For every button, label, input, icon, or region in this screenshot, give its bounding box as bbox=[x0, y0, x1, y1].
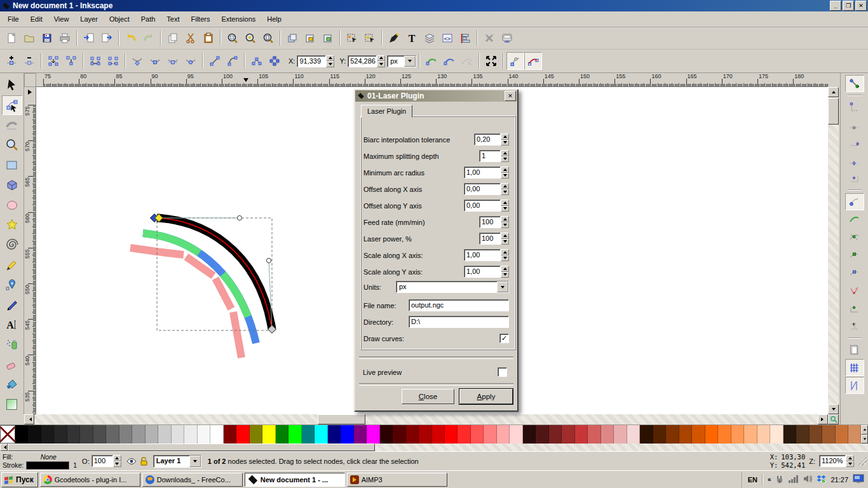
palette-swatch[interactable] bbox=[562, 425, 574, 444]
duplicate-button[interactable] bbox=[283, 29, 301, 47]
biarc-interpolation-tolerance-spinbox[interactable]: 0,20 bbox=[474, 133, 509, 146]
zoom-tool-button[interactable] bbox=[2, 135, 22, 154]
palette-swatch[interactable] bbox=[93, 425, 106, 444]
menu-extensions[interactable]: Extensions bbox=[216, 13, 261, 25]
menu-path[interactable]: Path bbox=[136, 13, 161, 25]
palette-swatch[interactable] bbox=[744, 425, 757, 444]
node-handle[interactable] bbox=[266, 258, 271, 262]
palette-scroll-thumb[interactable] bbox=[8, 444, 375, 451]
palette-swatch[interactable] bbox=[731, 425, 744, 444]
laser-power--spinbox-down-icon[interactable] bbox=[501, 239, 509, 245]
delete-node-button[interactable] bbox=[20, 52, 38, 70]
close-dialog-button[interactable]: Close bbox=[402, 389, 454, 404]
no-color-swatch[interactable] bbox=[0, 425, 15, 444]
palette-scroll-buttons[interactable] bbox=[861, 425, 868, 444]
menu-text[interactable]: Text bbox=[161, 13, 184, 25]
node-tool-button[interactable] bbox=[2, 95, 22, 114]
horizontal-scrollbar[interactable] bbox=[24, 414, 828, 424]
select-original-button[interactable] bbox=[343, 29, 361, 47]
snap-bounding-box-button[interactable] bbox=[845, 98, 864, 116]
scale-along-y-axis--spinbox-up-icon[interactable] bbox=[501, 266, 509, 272]
taskbar-task-chrome[interactable]: Gcodetools - plug-in I... bbox=[40, 473, 140, 487]
ruler-corner[interactable] bbox=[24, 73, 36, 87]
maximize-button[interactable]: ❒ bbox=[843, 1, 854, 11]
minimize-button[interactable]: _ bbox=[830, 1, 841, 11]
show-clip-path-button[interactable] bbox=[423, 52, 440, 70]
scroll-left-icon[interactable] bbox=[24, 414, 34, 424]
palette-swatch[interactable] bbox=[601, 425, 614, 444]
snap-cusp-nodes-button[interactable] bbox=[845, 247, 864, 264]
snap-line-midpoints-button[interactable] bbox=[845, 282, 864, 299]
palette-swatch[interactable] bbox=[132, 425, 145, 444]
zoom-drawing-button[interactable] bbox=[241, 29, 259, 47]
scroll-right-icon[interactable] bbox=[818, 414, 828, 424]
snap-nodes-button[interactable] bbox=[845, 193, 864, 210]
palette-swatch[interactable] bbox=[523, 425, 536, 444]
snap-grid-button[interactable] bbox=[845, 359, 864, 376]
laser-power--spinbox-up-icon[interactable] bbox=[501, 233, 509, 239]
palette-swatch[interactable] bbox=[458, 425, 470, 444]
biarc-interpolation-tolerance-spinbox-down-icon[interactable] bbox=[501, 140, 509, 146]
menu-edit[interactable]: Edit bbox=[25, 13, 48, 25]
draw-curves-checkbox[interactable]: ✓ bbox=[499, 334, 509, 343]
save-document-button[interactable] bbox=[38, 29, 56, 47]
snap-bbox-edge-midpoints-button[interactable] bbox=[845, 152, 864, 169]
new-document-button[interactable] bbox=[3, 29, 20, 47]
x-coordinate-spinbox-down-icon[interactable] bbox=[326, 61, 334, 67]
pink-curve[interactable] bbox=[233, 312, 241, 358]
palette-swatch[interactable] bbox=[315, 425, 327, 444]
xml-editor-button[interactable]: <> bbox=[438, 29, 456, 47]
spiral-tool-button[interactable] bbox=[2, 235, 22, 254]
stroke-width-value[interactable]: 1 bbox=[73, 461, 77, 470]
snap-guides-button[interactable] bbox=[845, 377, 864, 394]
gradient-tool-button[interactable] bbox=[2, 395, 22, 414]
palette-swatch[interactable] bbox=[288, 425, 301, 444]
layers-dialog-button[interactable] bbox=[421, 29, 438, 47]
snap-smooth-nodes-button[interactable] bbox=[845, 264, 864, 281]
palette-swatch[interactable] bbox=[28, 425, 41, 444]
palette-swatch[interactable] bbox=[588, 425, 600, 444]
palette-swatch[interactable] bbox=[666, 425, 679, 444]
eraser-tool-button[interactable] bbox=[2, 355, 22, 374]
horizontal-scroll-thumb[interactable] bbox=[318, 414, 365, 424]
menu-filters[interactable]: Filters bbox=[186, 13, 215, 25]
laser-power--spinbox[interactable]: 100 bbox=[479, 233, 509, 245]
palette-swatch[interactable] bbox=[236, 425, 249, 444]
selector-tool-button[interactable] bbox=[2, 76, 22, 95]
pencil-tool-button[interactable] bbox=[2, 255, 22, 274]
palette-swatch[interactable] bbox=[484, 425, 496, 444]
palette-swatch[interactable] bbox=[549, 425, 562, 444]
units-dropdown-arrow-icon[interactable] bbox=[404, 56, 416, 67]
palette-swatch[interactable] bbox=[210, 425, 223, 444]
join-with-segment-button[interactable] bbox=[86, 52, 104, 70]
maximum-splitting-depth-spinbox-down-icon[interactable] bbox=[501, 156, 509, 163]
x-coordinate-spinbox-up-icon[interactable] bbox=[326, 55, 334, 62]
scale-along-x-axis--spinbox-down-icon[interactable] bbox=[501, 255, 509, 262]
offset-along-y-axis-spinbox-up-icon[interactable] bbox=[501, 200, 509, 206]
palette-swatch[interactable] bbox=[198, 425, 210, 444]
palette-swatch[interactable] bbox=[627, 425, 640, 444]
edit-clip-group-button[interactable] bbox=[361, 29, 379, 47]
menu-layer[interactable]: Layer bbox=[75, 13, 103, 25]
minimum-arc-radius-spinbox-down-icon[interactable] bbox=[501, 173, 509, 179]
palette-swatch[interactable] bbox=[770, 425, 783, 444]
layer-dropdown-arrow-icon[interactable] bbox=[189, 456, 201, 467]
scroll-up-icon[interactable] bbox=[828, 87, 839, 97]
offset-along-y-axis-spinbox[interactable]: 0,00 bbox=[464, 200, 509, 212]
scale-along-y-axis--spinbox-down-icon[interactable] bbox=[501, 272, 509, 278]
offset-along-x-axis-spinbox[interactable]: 0,00 bbox=[464, 183, 509, 195]
palette-swatch[interactable] bbox=[380, 425, 393, 444]
palette-swatch[interactable] bbox=[328, 425, 341, 444]
copy-button[interactable] bbox=[164, 29, 182, 47]
paint-bucket-tool-button[interactable] bbox=[2, 375, 22, 394]
scroll-down-icon[interactable] bbox=[828, 404, 839, 414]
offset-along-x-axis-spinbox-down-icon[interactable] bbox=[501, 189, 509, 196]
power-plug-icon[interactable] bbox=[775, 475, 784, 485]
flatten-bezier-button[interactable] bbox=[266, 52, 283, 70]
print-document-button[interactable] bbox=[56, 29, 74, 47]
undo-button[interactable] bbox=[122, 29, 140, 47]
auto-node-button[interactable] bbox=[182, 52, 200, 70]
dialog-title-bar[interactable]: 01-Laser Plugin ✕ bbox=[355, 90, 517, 102]
join-nodes-button[interactable] bbox=[62, 52, 80, 70]
palette-swatch[interactable] bbox=[367, 425, 379, 444]
